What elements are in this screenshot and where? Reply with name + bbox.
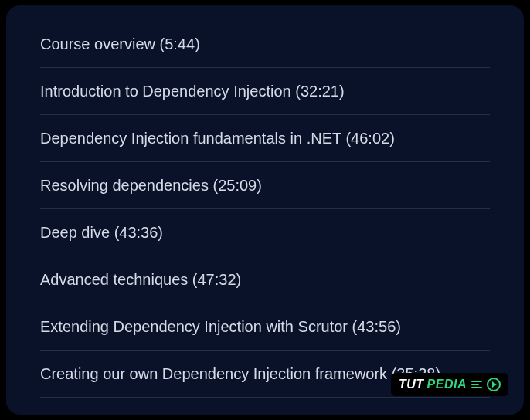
lesson-title: Introduction to Dependency Injection (32… bbox=[40, 83, 345, 100]
lesson-item[interactable]: Deep dive (43:36) bbox=[40, 209, 490, 256]
lesson-title: Dependency Injection fundamentals in .NE… bbox=[40, 130, 395, 147]
lesson-item[interactable]: Advanced techniques (47:32) bbox=[40, 256, 490, 303]
lesson-title: Resolving dependencies (25:09) bbox=[40, 177, 262, 194]
speed-lines-icon bbox=[471, 381, 482, 388]
lesson-item[interactable]: Conclusion (0:32) bbox=[40, 398, 490, 415]
lesson-title: Course overview (5:44) bbox=[40, 36, 200, 52]
lesson-title: Advanced techniques (47:32) bbox=[40, 271, 241, 288]
lesson-card: Course overview (5:44) Introduction to D… bbox=[6, 5, 524, 415]
lesson-list: Course overview (5:44) Introduction to D… bbox=[40, 21, 490, 415]
lesson-title: Deep dive (43:36) bbox=[40, 224, 163, 241]
badge-tut-text: TUT bbox=[399, 378, 424, 391]
lesson-item[interactable]: Introduction to Dependency Injection (32… bbox=[40, 68, 490, 115]
lesson-item[interactable]: Course overview (5:44) bbox=[40, 21, 490, 68]
badge-pedia-text: PEDIA bbox=[427, 378, 467, 391]
lesson-item[interactable]: Resolving dependencies (25:09) bbox=[40, 162, 490, 209]
lesson-title: Conclusion (0:32) bbox=[40, 412, 161, 415]
play-icon bbox=[487, 378, 501, 391]
lesson-item[interactable]: Extending Dependency Injection with Scru… bbox=[40, 303, 490, 351]
lesson-title: Extending Dependency Injection with Scru… bbox=[40, 318, 401, 335]
lesson-title: Creating our own Dependency Injection fr… bbox=[40, 365, 440, 382]
lesson-item[interactable]: Dependency Injection fundamentals in .NE… bbox=[40, 115, 490, 162]
tutpedia-badge: TUT PEDIA bbox=[391, 373, 508, 396]
